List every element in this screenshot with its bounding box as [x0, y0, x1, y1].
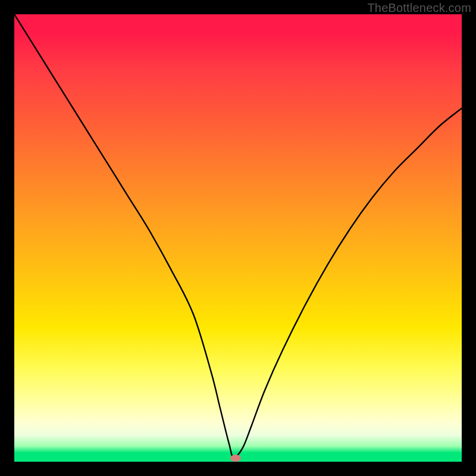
chart-frame: [14, 14, 462, 462]
plot-gradient-background: [14, 14, 462, 462]
watermark-text: TheBottleneck.com: [367, 1, 471, 15]
optimal-point-marker: [230, 455, 241, 462]
